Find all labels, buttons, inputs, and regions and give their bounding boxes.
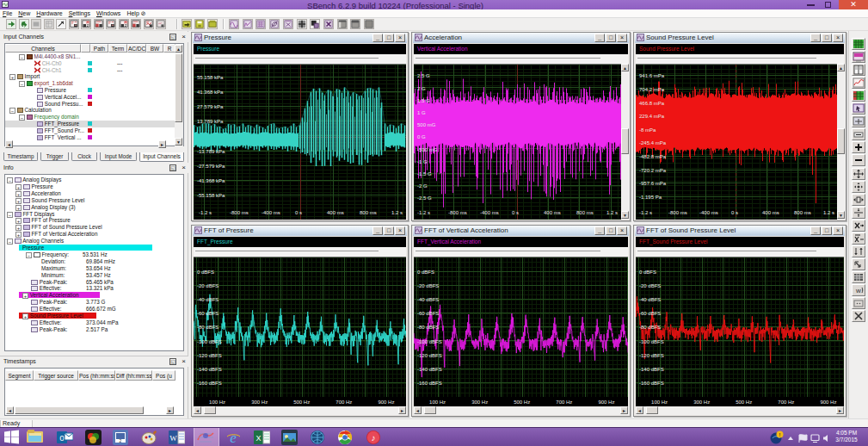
- svg-text:-120 dBFS: -120 dBFS: [197, 353, 222, 358]
- svg-text:-40 dBFS: -40 dBFS: [417, 297, 439, 302]
- svg-text:-2.5 G: -2.5 G: [417, 195, 432, 201]
- svg-text:100 Hz: 100 Hz: [651, 400, 668, 405]
- svg-text:-140 dBFS: -140 dBFS: [639, 367, 664, 372]
- svg-text:0 G: 0 G: [417, 134, 426, 139]
- svg-text:-800 ms: -800 ms: [230, 210, 249, 215]
- svg-text:1.2 s: 1.2 s: [391, 210, 403, 215]
- svg-text:-80 dBFS: -80 dBFS: [197, 325, 219, 330]
- svg-text:2.5 G: 2.5 G: [417, 73, 430, 78]
- svg-text:55.158 kPa: 55.158 kPa: [197, 75, 224, 80]
- svg-text:400 ms: 400 ms: [762, 210, 779, 215]
- svg-text:800 ms: 800 ms: [794, 210, 811, 215]
- svg-text:-8 mPa: -8 mPa: [639, 127, 656, 133]
- svg-text:o: o: [59, 433, 65, 443]
- svg-text:-160 dBFS: -160 dBFS: [197, 381, 222, 386]
- svg-text:100 Hz: 100 Hz: [209, 400, 225, 405]
- svg-text:0 dBFS: 0 dBFS: [417, 269, 434, 275]
- svg-text:e: e: [230, 430, 237, 445]
- svg-text:-482.8 mPa: -482.8 mPa: [639, 154, 667, 159]
- svg-text:2 G: 2 G: [417, 86, 426, 91]
- svg-text:0 s: 0 s: [731, 210, 738, 215]
- svg-text:500 Hz: 500 Hz: [293, 400, 310, 405]
- svg-text:-160 dBFS: -160 dBFS: [639, 381, 664, 386]
- svg-text:700 Hz: 700 Hz: [336, 400, 352, 405]
- svg-text:700 Hz: 700 Hz: [556, 400, 572, 405]
- svg-text:800 ms: 800 ms: [360, 210, 377, 215]
- svg-text:-1.2 s: -1.2 s: [199, 210, 212, 215]
- svg-text:500 Hz: 500 Hz: [736, 400, 752, 405]
- svg-text:0 dBFS: 0 dBFS: [639, 269, 656, 275]
- svg-text:-40 dBFS: -40 dBFS: [639, 297, 661, 302]
- svg-text:-1.195 Pa: -1.195 Pa: [639, 195, 662, 200]
- svg-text:-13.789 kPa: -13.789 kPa: [197, 149, 225, 154]
- svg-text:X: X: [255, 434, 261, 443]
- svg-text:-1.2 s: -1.2 s: [639, 210, 652, 215]
- svg-text:900 Hz: 900 Hz: [820, 400, 836, 405]
- svg-text:1.2 s: 1.2 s: [606, 210, 618, 215]
- svg-text:-2 G: -2 G: [417, 183, 428, 189]
- svg-text:0 s: 0 s: [295, 210, 302, 215]
- svg-text:300 Hz: 300 Hz: [693, 400, 710, 405]
- svg-text:466.8 mPa: 466.8 mPa: [639, 101, 665, 106]
- svg-text:W: W: [169, 434, 177, 443]
- svg-text:-60 dBFS: -60 dBFS: [197, 311, 219, 316]
- svg-text:-245.4 mPa: -245.4 mPa: [639, 140, 667, 146]
- svg-text:-400 ms: -400 ms: [699, 210, 718, 215]
- svg-text:0 s: 0 s: [512, 210, 519, 215]
- svg-text:-720.2 mPa: -720.2 mPa: [639, 168, 667, 173]
- svg-text:-60 dBFS: -60 dBFS: [417, 311, 439, 316]
- svg-text:-100 dBFS: -100 dBFS: [417, 339, 442, 344]
- svg-text:-40 dBFS: -40 dBFS: [197, 297, 219, 302]
- svg-text:400 ms: 400 ms: [544, 210, 561, 215]
- svg-text:1.2 s: 1.2 s: [823, 210, 834, 215]
- svg-text:-120 dBFS: -120 dBFS: [639, 353, 664, 358]
- svg-text:-60 dBFS: -60 dBFS: [639, 311, 661, 316]
- svg-text:13.789 kPa: 13.789 kPa: [197, 119, 224, 124]
- svg-text:300 Hz: 300 Hz: [471, 400, 488, 405]
- svg-text:-27.579 kPa: -27.579 kPa: [197, 164, 225, 169]
- svg-text:-500 mG: -500 mG: [417, 147, 438, 152]
- svg-text:-55.158 kPa: -55.158 kPa: [197, 193, 225, 198]
- svg-text:-800 ms: -800 ms: [448, 210, 467, 215]
- svg-text:-100 dBFS: -100 dBFS: [639, 339, 664, 344]
- svg-text:-20 dBFS: -20 dBFS: [639, 283, 661, 288]
- svg-text:-80 dBFS: -80 dBFS: [639, 325, 661, 330]
- svg-text:400 ms: 400 ms: [327, 210, 344, 215]
- svg-text:-140 dBFS: -140 dBFS: [197, 367, 222, 372]
- svg-text:-1.2 s: -1.2 s: [417, 210, 430, 215]
- svg-text:941.6 mPa: 941.6 mPa: [639, 73, 665, 78]
- svg-text:♪: ♪: [372, 433, 376, 443]
- svg-text:900 Hz: 900 Hz: [598, 400, 614, 405]
- svg-text:-1.5 G: -1.5 G: [417, 171, 432, 177]
- svg-text:-20 dBFS: -20 dBFS: [197, 283, 219, 288]
- svg-text:2: 2: [120, 438, 122, 443]
- svg-text:1 G: 1 G: [417, 110, 426, 115]
- svg-text:-140 dBFS: -140 dBFS: [417, 367, 442, 372]
- svg-text:-100 dBFS: -100 dBFS: [197, 339, 222, 344]
- svg-text:500 mG: 500 mG: [417, 122, 436, 127]
- svg-text:1.5 G: 1.5 G: [417, 98, 430, 103]
- svg-text:!: !: [779, 432, 781, 437]
- svg-text:300 Hz: 300 Hz: [251, 400, 268, 405]
- svg-text:0 dBFS: 0 dBFS: [197, 269, 214, 275]
- svg-text:-20 dBFS: -20 dBFS: [417, 283, 439, 288]
- svg-text:700 Hz: 700 Hz: [778, 400, 794, 405]
- svg-text:41.368 kPa: 41.368 kPa: [197, 90, 224, 95]
- svg-text:-400 ms: -400 ms: [480, 210, 499, 215]
- svg-text:-160 dBFS: -160 dBFS: [417, 381, 442, 386]
- svg-text:229.4 mPa: 229.4 mPa: [639, 114, 665, 119]
- svg-text:800 ms: 800 ms: [576, 210, 594, 215]
- svg-text:500 Hz: 500 Hz: [514, 400, 530, 405]
- svg-text:100 Hz: 100 Hz: [429, 400, 446, 405]
- svg-text:900 Hz: 900 Hz: [378, 400, 394, 405]
- svg-text:-1 G: -1 G: [417, 159, 428, 164]
- svg-text:-41.368 kPa: -41.368 kPa: [197, 178, 225, 183]
- svg-text:-400 ms: -400 ms: [262, 210, 280, 215]
- svg-text:27.579 kPa: 27.579 kPa: [197, 104, 224, 109]
- svg-text:-120 dBFS: -120 dBFS: [417, 353, 442, 358]
- svg-text:-800 ms: -800 ms: [668, 210, 687, 215]
- svg-text:704.2 mPa: 704.2 mPa: [639, 87, 665, 92]
- svg-text:w: w: [855, 287, 861, 294]
- svg-text:-80 dBFS: -80 dBFS: [417, 325, 439, 330]
- svg-text:-957.6 mPa: -957.6 mPa: [639, 181, 667, 186]
